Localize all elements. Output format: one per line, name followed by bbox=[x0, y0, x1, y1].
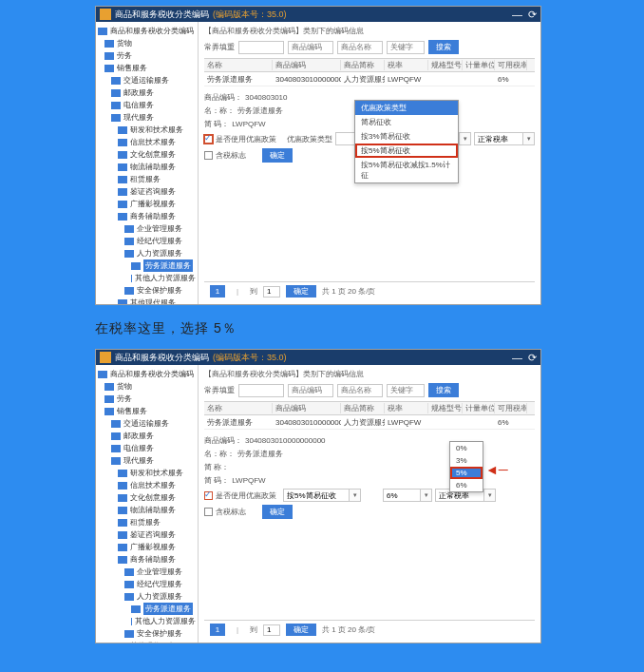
tree-node[interactable]: 经纪代理服务 bbox=[98, 578, 196, 590]
tree-node[interactable]: 销售服务 bbox=[98, 405, 196, 417]
tree-node[interactable]: 交通运输服务 bbox=[98, 417, 196, 430]
tree-node[interactable]: 现代服务 bbox=[98, 454, 196, 467]
page-current[interactable]: 1 bbox=[210, 624, 225, 636]
tree-node[interactable]: 邮政服务 bbox=[98, 430, 196, 442]
refresh-button[interactable]: ⟳ bbox=[528, 9, 537, 21]
tree-node[interactable]: 劳务 bbox=[98, 393, 196, 405]
tree-node[interactable]: 销售服务 bbox=[98, 62, 196, 74]
chevron-down-icon[interactable]: ▾ bbox=[421, 489, 432, 502]
tree-label: 经纪代理服务 bbox=[137, 578, 182, 590]
th-spec: 规格型号 bbox=[428, 60, 463, 70]
tree-node[interactable]: 其他现代服务 bbox=[98, 297, 196, 304]
tree-node[interactable]: 商务辅助服务 bbox=[98, 210, 196, 222]
tree-node[interactable]: 安全保护服务 bbox=[98, 284, 196, 297]
tree-node[interactable]: 劳务派遣服务 bbox=[98, 259, 196, 272]
page-input[interactable] bbox=[263, 624, 280, 636]
search-button[interactable]: 搜索 bbox=[428, 40, 459, 54]
pref-type-select[interactable] bbox=[283, 489, 350, 502]
preferential-checkbox[interactable] bbox=[204, 491, 213, 500]
chevron-down-icon[interactable]: ▾ bbox=[484, 489, 496, 502]
dropdown-option[interactable]: 按3%简易征收 bbox=[355, 129, 458, 144]
tree-node[interactable]: 货物 bbox=[98, 37, 196, 49]
preferential-checkbox[interactable] bbox=[204, 135, 213, 144]
dropdown-option[interactable]: 按5%简易征收减按1.5%计征 bbox=[355, 158, 458, 182]
tree-label: 人力资源服务 bbox=[137, 247, 182, 259]
tree-node[interactable]: 广播影视服务 bbox=[98, 198, 196, 210]
dropdown-option[interactable]: 5% bbox=[450, 467, 483, 479]
tree-node[interactable]: 现代服务 bbox=[98, 111, 196, 124]
minimize-button[interactable]: — bbox=[512, 352, 522, 364]
refresh-button[interactable]: ⟳ bbox=[528, 352, 537, 364]
rate-kind-select[interactable] bbox=[474, 132, 523, 145]
filter-key-input[interactable] bbox=[387, 384, 425, 397]
tree-node[interactable]: 企业管理服务 bbox=[98, 222, 196, 235]
category-tree[interactable]: 商品和服务税收分类编码货物劳务销售服务交通运输服务邮政服务电信服务现代服务研发和… bbox=[96, 22, 199, 304]
tree-node[interactable]: 人力资源服务 bbox=[98, 247, 196, 259]
page-current[interactable]: 1 bbox=[210, 285, 225, 298]
page-go-button[interactable]: 确定 bbox=[286, 285, 316, 298]
category-tree[interactable]: 商品和服务税收分类编码货物劳务销售服务交通运输服务邮政服务电信服务现代服务研发和… bbox=[96, 365, 199, 643]
filter-key-input[interactable] bbox=[387, 41, 425, 54]
filter-code-input[interactable] bbox=[288, 384, 333, 397]
search-button[interactable]: 搜索 bbox=[428, 383, 459, 397]
confirm-button[interactable]: 确定 bbox=[262, 505, 293, 519]
dropdown-option[interactable]: 按5%简易征收 bbox=[355, 144, 458, 158]
pref-type-dropdown[interactable]: 优惠政策类型 简易征收 按3%简易征收 按5%简易征收 按5%简易征收减按1.5… bbox=[354, 100, 459, 183]
table-row[interactable]: 劳务派遣服务 3040803010000000000 人力资源服务 LWPQFW… bbox=[204, 72, 535, 86]
tree-node[interactable]: 货物 bbox=[98, 380, 196, 393]
tree-node[interactable]: 经纪代理服务 bbox=[98, 235, 196, 247]
dropdown-option[interactable]: 6% bbox=[450, 479, 483, 491]
tree-node[interactable]: 其他人力资源服务 bbox=[98, 615, 196, 627]
dropdown-option[interactable]: 简易征收 bbox=[355, 115, 458, 129]
chevron-down-icon[interactable]: ▾ bbox=[523, 132, 535, 145]
tree-node[interactable]: 其他现代服务 bbox=[98, 640, 196, 643]
tax-included-checkbox[interactable] bbox=[204, 151, 213, 160]
tree-node[interactable]: 交通运输服务 bbox=[98, 74, 196, 86]
tree-node[interactable]: 商务辅助服务 bbox=[98, 553, 196, 566]
tree-node[interactable]: 劳务派遣服务 bbox=[98, 603, 196, 615]
tree-node[interactable]: 研发和技术服务 bbox=[98, 467, 196, 479]
tree-node[interactable]: 安全保护服务 bbox=[98, 627, 196, 640]
filter-empty-input[interactable] bbox=[238, 41, 284, 54]
tree-node[interactable]: 信息技术服务 bbox=[98, 136, 196, 148]
dropdown-option[interactable]: 3% bbox=[450, 454, 483, 467]
tree-label: 租赁服务 bbox=[130, 516, 161, 528]
tree-label: 商务辅助服务 bbox=[130, 210, 176, 222]
page-go-button[interactable]: 确定 bbox=[286, 624, 316, 636]
folder-icon bbox=[104, 408, 114, 415]
tree-node[interactable]: 租赁服务 bbox=[98, 516, 196, 528]
tree-node[interactable]: 电信服务 bbox=[98, 442, 196, 454]
tree-node[interactable]: 租赁服务 bbox=[98, 173, 196, 185]
tree-node[interactable]: 研发和技术服务 bbox=[98, 124, 196, 136]
minimize-button[interactable]: — bbox=[512, 9, 522, 21]
tree-node[interactable]: 鉴证咨询服务 bbox=[98, 185, 196, 198]
filter-empty-input[interactable] bbox=[238, 384, 284, 397]
filter-name-input[interactable] bbox=[337, 41, 383, 54]
tree-node[interactable]: 其他人力资源服务 bbox=[98, 272, 196, 284]
tree-node[interactable]: 物流辅助服务 bbox=[98, 504, 196, 516]
tax-included-checkbox[interactable] bbox=[204, 508, 213, 516]
filter-code-input[interactable] bbox=[288, 41, 333, 54]
tree-node[interactable]: 劳务 bbox=[98, 49, 196, 62]
tree-node[interactable]: 鉴证咨询服务 bbox=[98, 528, 196, 541]
tree-node[interactable]: 文化创意服务 bbox=[98, 491, 196, 504]
tree-node[interactable]: 物流辅助服务 bbox=[98, 161, 196, 173]
chevron-down-icon[interactable]: ▾ bbox=[350, 489, 361, 502]
confirm-button[interactable]: 确定 bbox=[262, 148, 293, 163]
tree-node[interactable]: 人力资源服务 bbox=[98, 590, 196, 603]
page-input[interactable] bbox=[263, 286, 280, 298]
tree-node[interactable]: 企业管理服务 bbox=[98, 566, 196, 578]
tree-node[interactable]: 广播影视服务 bbox=[98, 541, 196, 553]
tree-node[interactable]: 文化创意服务 bbox=[98, 148, 196, 161]
tree-node[interactable]: 电信服务 bbox=[98, 99, 196, 111]
filter-name-input[interactable] bbox=[337, 384, 383, 397]
tree-node[interactable]: 商品和服务税收分类编码 bbox=[98, 25, 196, 37]
tree-node[interactable]: 商品和服务税收分类编码 bbox=[98, 368, 196, 380]
rate-select[interactable] bbox=[383, 489, 421, 502]
dropdown-option[interactable]: 0% bbox=[450, 442, 483, 454]
chevron-down-icon[interactable]: ▾ bbox=[460, 132, 471, 145]
tree-node[interactable]: 邮政服务 bbox=[98, 86, 196, 99]
tree-node[interactable]: 信息技术服务 bbox=[98, 479, 196, 491]
rate-dropdown[interactable]: 0% 3% 5% 6% bbox=[449, 441, 483, 492]
table-row[interactable]: 劳务派遣服务 3040803010000000000 人力资源服务 LWPQFW… bbox=[204, 415, 535, 430]
